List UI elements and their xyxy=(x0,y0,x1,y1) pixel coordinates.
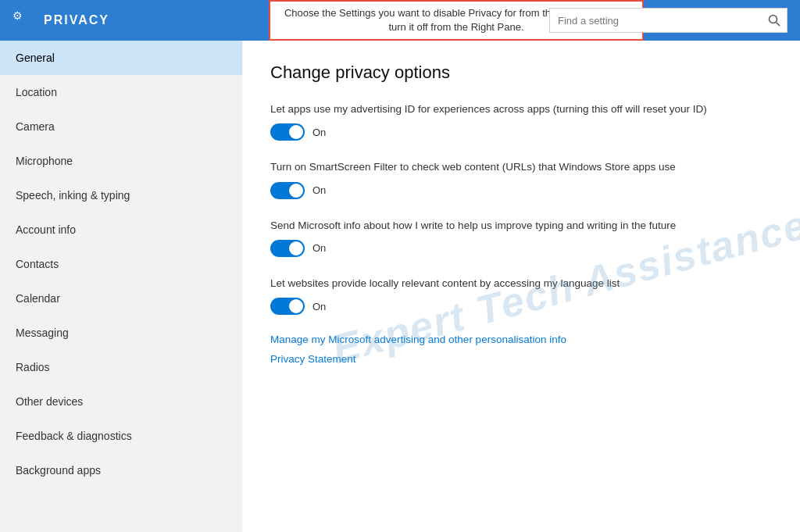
main-layout: GeneralLocationCameraMicrophoneSpeech, i… xyxy=(0,41,800,532)
setting-item-language-list: Let websites provide locally relevant co… xyxy=(270,276,772,315)
sidebar-item-microphone[interactable]: Microphone xyxy=(0,144,242,178)
toggle-typing-info[interactable] xyxy=(270,240,305,257)
toggle-advertising-id[interactable] xyxy=(270,123,305,141)
toggle-smartscreen[interactable] xyxy=(270,182,305,199)
content-pane: Change privacy options Let apps use my a… xyxy=(242,41,800,532)
toggle-label-advertising-id: On xyxy=(312,127,326,138)
header: ⚙ PRIVACY Choose the Settings you want t… xyxy=(0,0,800,41)
sidebar: GeneralLocationCameraMicrophoneSpeech, i… xyxy=(0,41,242,532)
setting-description-smartscreen: Turn on SmartScreen Filter to check web … xyxy=(270,159,772,175)
setting-item-advertising-id: Let apps use my advertising ID for exper… xyxy=(270,102,772,141)
sidebar-item-calendar[interactable]: Calendar xyxy=(0,281,242,316)
app-title: PRIVACY xyxy=(44,13,109,27)
toggle-label-typing-info: On xyxy=(312,242,326,254)
sidebar-item-other-devices[interactable]: Other devices xyxy=(0,384,242,419)
sidebar-item-messaging[interactable]: Messaging xyxy=(0,316,242,350)
toggle-row-smartscreen: On xyxy=(270,182,772,199)
setting-item-typing-info: Send Microsoft info about how I write to… xyxy=(270,218,772,257)
sidebar-item-camera[interactable]: Camera xyxy=(0,109,242,144)
search-icon xyxy=(768,14,780,27)
setting-description-advertising-id: Let apps use my advertising ID for exper… xyxy=(270,102,772,117)
sidebar-item-speech-inking-typing[interactable]: Speech, inking & typing xyxy=(0,178,242,212)
toggle-label-language-list: On xyxy=(312,301,326,312)
sidebar-item-background-apps[interactable]: Background apps xyxy=(0,453,242,487)
toggle-label-smartscreen: On xyxy=(312,184,326,196)
search-button[interactable] xyxy=(762,8,787,33)
sidebar-item-general[interactable]: General xyxy=(0,41,242,75)
setting-description-typing-info: Send Microsoft info about how I write to… xyxy=(270,218,772,234)
sidebar-item-feedback-diagnostics[interactable]: Feedback & diagnostics xyxy=(0,419,242,453)
sidebar-item-location[interactable]: Location xyxy=(0,75,242,109)
links-section: Manage my Microsoft advertising and othe… xyxy=(270,334,772,365)
sidebar-item-contacts[interactable]: Contacts xyxy=(0,247,242,281)
link-0[interactable]: Manage my Microsoft advertising and othe… xyxy=(270,334,772,345)
svg-line-1 xyxy=(777,23,780,27)
toggle-language-list[interactable] xyxy=(270,298,305,315)
search-input[interactable] xyxy=(550,15,762,27)
search-box[interactable] xyxy=(549,8,788,33)
sidebar-item-radios[interactable]: Radios xyxy=(0,350,242,384)
privacy-icon: ⚙ xyxy=(12,9,34,31)
toggle-row-advertising-id: On xyxy=(270,123,772,141)
link-1[interactable]: Privacy Statement xyxy=(270,353,772,365)
toggle-row-language-list: On xyxy=(270,298,772,315)
setting-item-smartscreen: Turn on SmartScreen Filter to check web … xyxy=(270,159,772,198)
toggle-row-typing-info: On xyxy=(270,240,772,257)
settings-list: Let apps use my advertising ID for exper… xyxy=(270,102,772,315)
content-title: Change privacy options xyxy=(270,62,772,83)
setting-description-language-list: Let websites provide locally relevant co… xyxy=(270,276,772,291)
sidebar-item-account-info[interactable]: Account info xyxy=(0,212,242,247)
svg-point-0 xyxy=(770,16,777,23)
